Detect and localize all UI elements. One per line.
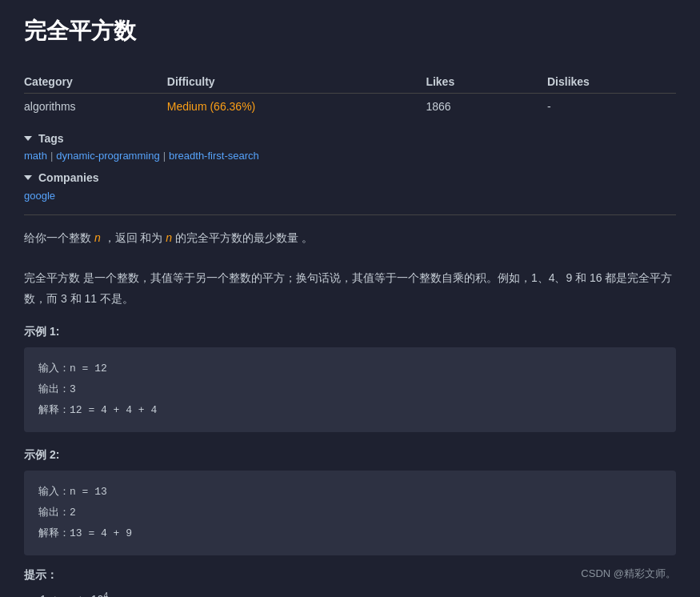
page-title: 完全平方数 bbox=[24, 16, 676, 54]
example-1-title: 示例 1: bbox=[24, 325, 676, 339]
hints-list: 1 <= n <= 104 bbox=[24, 589, 676, 597]
italic-n-1: n bbox=[94, 231, 101, 244]
row-category: algorithms bbox=[24, 94, 143, 120]
companies-triangle-icon bbox=[24, 175, 32, 180]
row-difficulty: Medium (66.36%) bbox=[143, 94, 402, 120]
tag-separator-1: | bbox=[50, 150, 53, 162]
example-2-explanation: 解释：13 = 4 + 9 bbox=[38, 523, 662, 544]
example-2-output: 输出：2 bbox=[38, 503, 662, 523]
hints-title: 提示： bbox=[24, 568, 676, 583]
hint-item-1: 1 <= n <= 104 bbox=[40, 589, 676, 597]
watermark: CSDN @精彩文师。 bbox=[581, 567, 676, 581]
tag-dynamic-programming[interactable]: dynamic-programming bbox=[56, 150, 159, 162]
company-google[interactable]: google bbox=[24, 190, 55, 202]
example-1-output: 输出：3 bbox=[38, 379, 662, 400]
companies-header: Companies bbox=[24, 171, 676, 184]
tags-container: math | dynamic-programming | breadth-fir… bbox=[24, 150, 676, 162]
example-1-input: 输入：n = 12 bbox=[38, 359, 662, 379]
tags-header: Tags bbox=[24, 132, 676, 145]
tag-math[interactable]: math bbox=[24, 150, 47, 162]
info-table: Category Difficulty Likes Dislikes algor… bbox=[24, 70, 676, 119]
example-2-box: 输入：n = 13 输出：2 解释：13 = 4 + 9 bbox=[24, 471, 676, 555]
row-likes: 1866 bbox=[402, 94, 523, 120]
description-line2: 完全平方数 是一个整数，其值等于另一个整数的平方；换句话说，其值等于一个整数自乘… bbox=[24, 268, 676, 308]
example-2-input: 输入：n = 13 bbox=[38, 482, 662, 503]
description-line1: 给你一个整数 n ，返回 和为 n 的完全平方数的最少数量 。 bbox=[24, 228, 676, 248]
tags-triangle-icon bbox=[24, 136, 32, 141]
row-dislikes: - bbox=[523, 94, 676, 120]
hints-section: 提示： 1 <= n <= 104 bbox=[24, 568, 676, 597]
header-category: Category bbox=[24, 70, 143, 94]
example-1-box: 输入：n = 12 输出：3 解释：12 = 4 + 4 + 4 bbox=[24, 347, 676, 432]
tag-breadth-first-search[interactable]: breadth-first-search bbox=[169, 150, 259, 162]
tag-separator-2: | bbox=[163, 150, 166, 162]
header-likes: Likes bbox=[402, 70, 523, 94]
example-1-explanation: 解释：12 = 4 + 4 + 4 bbox=[38, 400, 662, 421]
example-2-title: 示例 2: bbox=[24, 448, 676, 463]
section-divider bbox=[24, 214, 676, 215]
header-dislikes: Dislikes bbox=[523, 70, 676, 94]
companies-container: google bbox=[24, 189, 676, 202]
header-difficulty: Difficulty bbox=[143, 70, 402, 94]
italic-n-2: n bbox=[166, 231, 172, 244]
description: 给你一个整数 n ，返回 和为 n 的完全平方数的最少数量 。 完全平方数 是一… bbox=[24, 228, 676, 309]
